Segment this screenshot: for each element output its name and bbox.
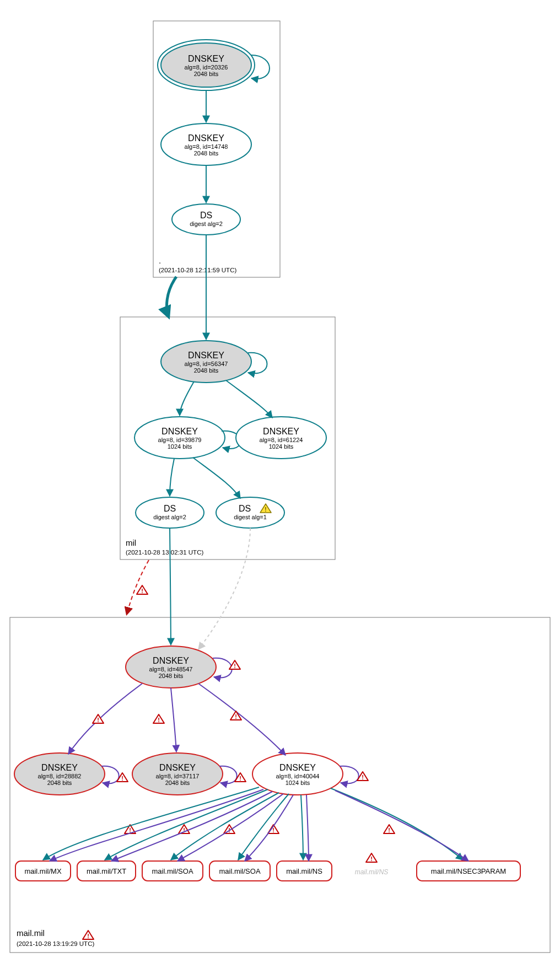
rr-soa2[interactable]: mail.mil/SOA xyxy=(209,861,270,881)
zone-mailmil-timestamp: (2021-10-28 13:19:29 UTC) xyxy=(17,940,94,947)
svg-text:digest alg=2: digest alg=2 xyxy=(153,514,186,520)
svg-text:DNSKEY: DNSKEY xyxy=(161,427,198,436)
svg-text:!: ! xyxy=(388,827,390,833)
svg-text:DNSKEY: DNSKEY xyxy=(188,351,224,360)
svg-text:mail.mil/MX: mail.mil/MX xyxy=(24,867,61,875)
svg-text:alg=8, id=28882: alg=8, id=28882 xyxy=(38,773,82,779)
edge-mm-ksk-to-k3 xyxy=(198,684,286,755)
svg-text:2048 bits: 2048 bits xyxy=(194,150,219,157)
svg-text:alg=8, id=39879: alg=8, id=39879 xyxy=(158,437,202,443)
warning-icon: ! xyxy=(153,714,164,723)
svg-text:1024 bits: 1024 bits xyxy=(168,443,192,450)
svg-text:!: ! xyxy=(121,775,123,782)
edge-mm-ksk-to-k2 xyxy=(171,688,176,752)
warning-icon: ! xyxy=(137,585,148,594)
svg-text:!: ! xyxy=(234,663,236,669)
rr-nsec3param[interactable]: mail.mil/NSEC3PARAM xyxy=(417,861,520,881)
node-mm-k2[interactable]: DNSKEY alg=8, id=37117 2048 bits xyxy=(132,753,223,795)
svg-text:DNSKEY: DNSKEY xyxy=(279,763,316,772)
svg-text:2048 bits: 2048 bits xyxy=(194,71,219,77)
rr-ns-ghost: mail.mil/NS xyxy=(355,868,389,876)
edge-mil-to-mailmil-warn xyxy=(127,560,149,614)
warning-icon: ! xyxy=(384,825,395,833)
svg-text:mail.mil/NSEC3PARAM: mail.mil/NSEC3PARAM xyxy=(431,867,506,875)
zone-mailmil-label: mail.mil xyxy=(17,928,45,938)
svg-text:mail.mil/SOA: mail.mil/SOA xyxy=(152,867,193,875)
rr-ns[interactable]: mail.mil/NS xyxy=(277,861,332,881)
edge-mil-ds2-to-mm-ksk xyxy=(198,528,250,649)
svg-text:DNSKEY: DNSKEY xyxy=(263,427,299,436)
zone-root: . (2021-10-28 12:11:59 UTC) DNSKEY alg=8… xyxy=(153,21,280,277)
svg-text:!: ! xyxy=(370,856,373,862)
edge-k3-to-mx-purple xyxy=(50,789,263,861)
svg-text:mail.mil/SOA: mail.mil/SOA xyxy=(219,867,260,875)
node-mil-ksk[interactable]: DNSKEY alg=8, id=56347 2048 bits xyxy=(161,341,251,383)
svg-text:DNSKEY: DNSKEY xyxy=(188,133,224,143)
warning-icon: ! xyxy=(366,853,377,862)
node-mm-k1[interactable]: DNSKEY alg=8, id=28882 2048 bits xyxy=(14,753,105,795)
edge-k3-to-nsec3-teal xyxy=(331,788,463,860)
zone-mailmil: mail.mil (2021-10-28 13:19:29 UTC) ! DNS… xyxy=(10,528,550,953)
svg-text:DS: DS xyxy=(200,211,212,220)
node-mil-ds2[interactable]: DS digest alg=1 xyxy=(216,497,284,528)
edge-mil-ksk-to-zsk2 xyxy=(226,380,272,418)
edge-k3-to-txt-purple xyxy=(111,792,272,861)
svg-text:alg=8, id=37117: alg=8, id=37117 xyxy=(156,773,200,779)
svg-text:DNSKEY: DNSKEY xyxy=(153,656,189,665)
svg-text:!: ! xyxy=(97,717,99,723)
rr-soa1[interactable]: mail.mil/SOA xyxy=(142,861,203,881)
svg-text:alg=8, id=56347: alg=8, id=56347 xyxy=(185,361,228,367)
svg-text:DNSKEY: DNSKEY xyxy=(41,763,78,772)
rr-txt[interactable]: mail.mil/TXT xyxy=(77,861,136,881)
edge-k3-to-soa2-purple xyxy=(245,795,293,861)
svg-text:alg=8, id=20326: alg=8, id=20326 xyxy=(185,64,228,71)
node-mm-ksk[interactable]: DNSKEY alg=8, id=48547 2048 bits xyxy=(126,646,216,688)
zone-mil-label: mil xyxy=(126,538,136,547)
edge-mil-ksk-to-zsk1 xyxy=(180,381,194,416)
zone-mil-timestamp: (2021-10-28 13:02:31 UTC) xyxy=(126,549,203,556)
node-mil-zsk2[interactable]: DNSKEY alg=8, id=61224 1024 bits xyxy=(236,417,326,459)
edge-k3-to-soa2-teal xyxy=(238,794,289,860)
svg-text:2048 bits: 2048 bits xyxy=(159,673,184,679)
svg-text:alg=8, id=61224: alg=8, id=61224 xyxy=(260,437,303,443)
svg-text:1024 bits: 1024 bits xyxy=(269,443,294,450)
svg-text:alg=8, id=40044: alg=8, id=40044 xyxy=(276,773,320,779)
svg-text:2048 bits: 2048 bits xyxy=(165,779,190,786)
svg-text:DNSKEY: DNSKEY xyxy=(159,763,196,772)
svg-text:DNSKEY: DNSKEY xyxy=(188,54,224,63)
svg-text:DS: DS xyxy=(239,504,251,513)
node-mil-ds1[interactable]: DS digest alg=2 xyxy=(136,497,204,528)
dnssec-graph: . (2021-10-28 12:11:59 UTC) DNSKEY alg=8… xyxy=(0,0,560,979)
edge-k3-to-ns-teal xyxy=(301,795,303,860)
warning-icon: ! xyxy=(224,825,235,833)
svg-text:2048 bits: 2048 bits xyxy=(194,367,219,374)
node-root-ksk[interactable]: DNSKEY alg=8, id=20326 2048 bits xyxy=(158,40,255,90)
node-mm-k3[interactable]: DNSKEY alg=8, id=40044 1024 bits xyxy=(252,753,343,795)
svg-text:mail.mil/TXT: mail.mil/TXT xyxy=(87,867,126,875)
edge-mil-zsk1-to-ds1 xyxy=(170,459,174,496)
edge-k3-to-ns-purple xyxy=(306,795,309,861)
warning-icon: ! xyxy=(230,711,241,720)
zone-root-label: . xyxy=(159,256,161,265)
svg-text:alg=8, id=48547: alg=8, id=48547 xyxy=(149,666,193,673)
edge-mil-ds1-to-mm-ksk xyxy=(170,528,171,645)
svg-text:alg=8, id=14748: alg=8, id=14748 xyxy=(185,143,228,150)
svg-text:digest alg=1: digest alg=1 xyxy=(234,514,267,520)
svg-text:!: ! xyxy=(362,774,364,781)
edge-mil-zsk1-to-ds2 xyxy=(193,458,240,498)
svg-text:!: ! xyxy=(265,507,266,513)
node-root-zsk[interactable]: DNSKEY alg=8, id=14748 2048 bits xyxy=(161,123,251,165)
svg-text:digest alg=2: digest alg=2 xyxy=(190,220,223,227)
zone-root-timestamp: (2021-10-28 12:11:59 UTC) xyxy=(159,267,236,273)
edge-mm-ksk-to-k1 xyxy=(68,684,142,754)
node-mil-zsk1[interactable]: DNSKEY alg=8, id=39879 1024 bits xyxy=(134,417,225,459)
zone-mil: mil (2021-10-28 13:02:31 UTC) DNSKEY alg… xyxy=(120,235,335,560)
svg-text:DS: DS xyxy=(164,504,176,513)
edge-k3-to-txt-teal xyxy=(105,789,268,860)
svg-text:2048 bits: 2048 bits xyxy=(47,779,72,786)
svg-text:!: ! xyxy=(235,713,237,720)
svg-text:1024 bits: 1024 bits xyxy=(286,779,310,786)
rr-mx[interactable]: mail.mil/MX xyxy=(15,861,71,881)
svg-text:!: ! xyxy=(141,588,143,594)
node-root-ds[interactable]: DS digest alg=2 xyxy=(172,204,240,235)
